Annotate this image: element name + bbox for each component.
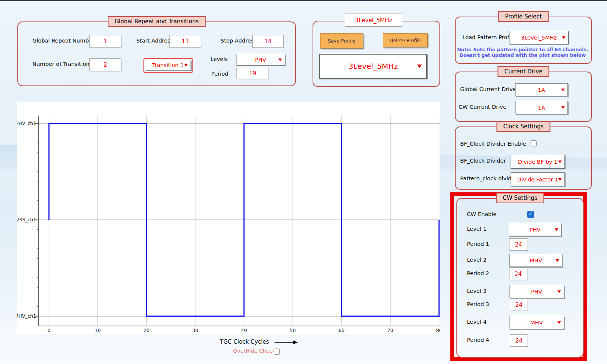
period-input[interactable]: 19 [236,68,269,79]
chevron-down-icon [557,290,561,293]
svg-text:60: 60 [339,327,345,333]
svg-text:30: 30 [192,327,198,333]
chevron-down-icon [561,106,565,109]
global-current-drive-label: Global Current Drive [460,86,516,92]
chevron-down-icon [555,228,558,231]
pattern-clock-divider-dropdown[interactable]: Divide Factor 1 [511,172,565,186]
chevron-down-icon [184,64,188,67]
svg-text:AVSS_ch1: AVSS_ch1 [17,217,36,222]
cw-current-drive-dropdown[interactable]: 1A [515,101,568,114]
cw-enable-checkbox[interactable] [527,211,534,218]
bf-clock-divider-dropdown[interactable]: Divide BF by 1 [511,155,565,169]
profile-select-note-line2: Doesn't get updated with the plot shown … [455,52,590,58]
levels-value: PHV [255,57,266,63]
load-pattern-profile-label: Load Pattern Profile [462,34,515,40]
override-checks-label: OverRide Checks [233,348,278,354]
profile-select-dropdown[interactable]: 3Level_5MHz [319,54,427,79]
level-2-value: MHV [529,257,542,263]
level-1-label: Level 1 [467,226,487,232]
chevron-down-icon [555,259,559,262]
level-1-dropdown[interactable]: PHV [509,223,561,236]
group-title-profile-select: Profile Select [498,11,549,22]
chevron-down-icon [557,321,561,324]
level-2-dropdown[interactable]: MHV [509,254,562,267]
period-4-input[interactable]: 24 [510,334,528,347]
waveform-plot: PHV_ch1AVSS_ch1MHV_ch101020304050607080 [17,102,440,334]
transition-select-value: Transition 1 [152,62,184,68]
period-1-input[interactable]: 24 [509,238,528,251]
chevron-down-icon [561,88,565,91]
profile-select-value: 3Level_5MHz [348,62,398,71]
svg-text:70: 70 [387,327,393,333]
group-title-cw-settings: CW Settings [496,193,544,203]
level-3-label: Level 3 [467,288,487,294]
waveform-svg: PHV_ch1AVSS_ch1MHV_ch101020304050607080 [17,102,440,334]
global-repeat-number-label: Global Repeat Number [32,38,95,44]
cw-current-drive-label: CW Current Drive [459,104,506,110]
load-pattern-profile-value: 3Level_5MHz [521,35,557,41]
pattern-clock-divider-value: Divide Factor 1 [517,177,558,183]
chevron-down-icon [558,160,562,163]
period-2-input[interactable]: 24 [509,268,527,280]
period-3-input[interactable]: 24 [510,299,528,311]
svg-text:40: 40 [241,327,247,333]
group-title-global-repeat: Global Repeat and Transitions [108,16,206,27]
svg-text:20: 20 [143,327,149,333]
cw-enable-label: CW Enable [467,211,496,217]
start-address-label: Start Address [136,38,173,44]
levels-label: Levels [210,56,228,62]
global-current-drive-value: 1A [538,87,545,93]
profile-panel-title: 3Level_5MHz [345,14,402,27]
period-2-label: Period 2 [467,270,489,276]
levels-dropdown[interactable]: PHV [236,54,285,65]
window-top-edge [0,0,607,1]
load-pattern-profile-dropdown[interactable]: 3Level_5MHz [509,31,569,44]
x-axis-title: TGC Clock Cycles [220,338,269,345]
group-current-drive: Current Drive [455,72,592,122]
bf-clock-divider-enable-label: BF_Clock Divider Enable [460,141,526,147]
override-checks-checkbox[interactable] [274,349,280,355]
right-arrow-icon [275,340,298,345]
svg-text:PHV_ch1: PHV_ch1 [17,120,36,126]
stop-address-label: Stop Address [221,38,256,44]
bf-clock-divider-label: BF_Clock Divider [460,158,506,164]
level-4-value: MHV [530,320,543,326]
global-repeat-number-input[interactable]: 1 [89,35,121,48]
chevron-down-icon [558,178,562,181]
period-3-label: Period 3 [467,301,489,307]
chevron-down-icon [417,65,422,68]
svg-text:10: 10 [95,327,101,333]
period-4-label: Period 4 [467,337,489,343]
cw-current-drive-value: 1A [538,105,545,111]
global-current-drive-dropdown[interactable]: 1A [515,83,568,96]
profile-select-note-line1: Note: Sets the pattern pointer to all 64… [455,47,590,52]
transition-select-dropdown[interactable]: Transition 1 [145,60,191,70]
start-address-input[interactable]: 13 [169,35,201,48]
save-profile-button[interactable]: Save Profile [320,33,363,49]
period-label: Period [211,71,228,77]
bf-clock-divider-enable-checkbox[interactable] [531,140,537,146]
svg-text:0: 0 [47,327,50,333]
stop-address-input[interactable]: 14 [252,35,284,48]
level-3-dropdown[interactable]: PHV [509,285,564,298]
group-title-current-drive: Current Drive [497,66,549,77]
chevron-down-icon [562,37,566,39]
group-title-clock-settings: Clock Settings [496,121,550,132]
chevron-down-icon [278,58,282,61]
number-of-transitions-input[interactable]: 2 [89,58,121,71]
svg-text:80: 80 [436,327,440,333]
number-of-transitions-label: Number of Transitions [32,61,92,67]
level-4-label: Level 4 [467,319,487,325]
svg-text:MHV_ch1: MHV_ch1 [17,313,36,319]
level-1-value: PHV [529,227,541,233]
pattern-clock-divider-label: Pattern_clock divider [460,175,517,181]
level-2-label: Level 2 [467,257,487,263]
period-1-label: Period 1 [467,241,489,247]
bf-clock-divider-value: Divide BF by 1 [518,159,557,165]
delete-profile-button[interactable]: Delete Profile [383,33,428,47]
level-4-dropdown[interactable]: MHV [509,316,564,329]
svg-text:50: 50 [290,327,296,333]
level-3-value: PHV [531,289,542,295]
